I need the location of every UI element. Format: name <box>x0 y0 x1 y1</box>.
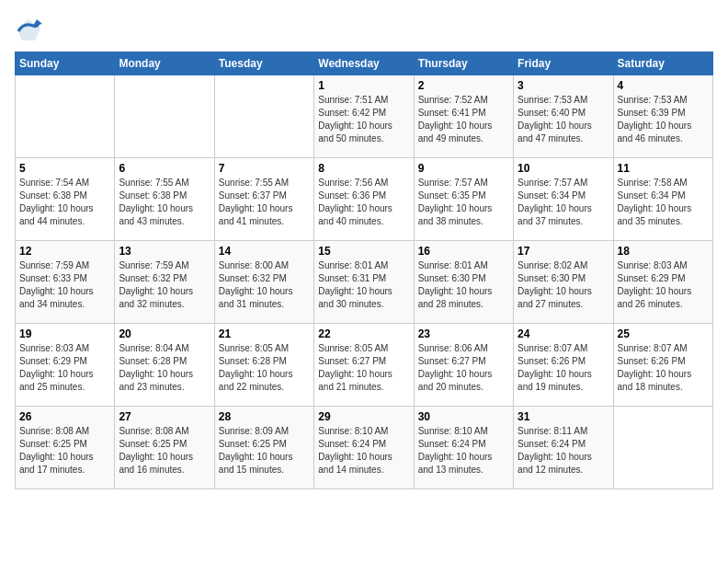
day-info: Sunrise: 7:59 AM Sunset: 6:33 PM Dayligh… <box>19 259 110 311</box>
day-of-week-header: Monday <box>115 52 214 75</box>
calendar-cell: 16Sunrise: 8:01 AM Sunset: 6:30 PM Dayli… <box>414 241 513 324</box>
day-info: Sunrise: 7:53 AM Sunset: 6:40 PM Dayligh… <box>518 94 609 145</box>
day-number: 22 <box>318 327 409 340</box>
day-info: Sunrise: 8:01 AM Sunset: 6:30 PM Dayligh… <box>418 259 509 311</box>
day-number: 18 <box>618 245 709 258</box>
calendar-cell: 12Sunrise: 7:59 AM Sunset: 6:33 PM Dayli… <box>16 241 115 324</box>
calendar-cell: 29Sunrise: 8:10 AM Sunset: 6:24 PM Dayli… <box>314 407 414 489</box>
calendar-cell <box>115 75 214 158</box>
day-info: Sunrise: 8:07 AM Sunset: 6:26 PM Dayligh… <box>518 342 609 394</box>
day-number: 4 <box>618 79 709 92</box>
day-info: Sunrise: 7:54 AM Sunset: 6:38 PM Dayligh… <box>19 177 110 228</box>
day-info: Sunrise: 7:52 AM Sunset: 6:41 PM Dayligh… <box>418 94 509 145</box>
day-number: 8 <box>318 162 409 175</box>
day-number: 14 <box>219 245 310 258</box>
calendar-cell: 24Sunrise: 8:07 AM Sunset: 6:26 PM Dayli… <box>514 324 613 407</box>
day-info: Sunrise: 7:55 AM Sunset: 6:38 PM Dayligh… <box>119 177 210 228</box>
day-number: 30 <box>418 410 509 423</box>
day-info: Sunrise: 8:02 AM Sunset: 6:30 PM Dayligh… <box>518 259 609 311</box>
day-number: 29 <box>318 410 409 423</box>
logo-icon <box>15 15 42 42</box>
day-info: Sunrise: 7:57 AM Sunset: 6:34 PM Dayligh… <box>518 177 609 228</box>
calendar-cell: 2Sunrise: 7:52 AM Sunset: 6:41 PM Daylig… <box>414 75 513 158</box>
calendar-cell: 18Sunrise: 8:03 AM Sunset: 6:29 PM Dayli… <box>613 241 712 324</box>
day-info: Sunrise: 8:03 AM Sunset: 6:29 PM Dayligh… <box>19 342 110 394</box>
calendar-table: SundayMondayTuesdayWednesdayThursdayFrid… <box>15 52 713 489</box>
day-info: Sunrise: 8:05 AM Sunset: 6:28 PM Dayligh… <box>219 342 310 394</box>
day-info: Sunrise: 7:51 AM Sunset: 6:42 PM Dayligh… <box>318 94 409 145</box>
logo <box>15 15 46 42</box>
calendar-cell <box>214 75 313 158</box>
day-info: Sunrise: 7:56 AM Sunset: 6:36 PM Dayligh… <box>318 177 409 228</box>
calendar-cell: 17Sunrise: 8:02 AM Sunset: 6:30 PM Dayli… <box>514 241 613 324</box>
day-number: 1 <box>318 79 409 92</box>
calendar-cell: 22Sunrise: 8:05 AM Sunset: 6:27 PM Dayli… <box>314 324 414 407</box>
calendar-cell: 27Sunrise: 8:08 AM Sunset: 6:25 PM Dayli… <box>115 407 214 489</box>
calendar-cell: 31Sunrise: 8:11 AM Sunset: 6:24 PM Dayli… <box>514 407 613 489</box>
calendar-week-row: 12Sunrise: 7:59 AM Sunset: 6:33 PM Dayli… <box>16 241 713 324</box>
day-number: 16 <box>418 245 509 258</box>
day-number: 17 <box>518 245 609 258</box>
day-of-week-header: Thursday <box>414 52 513 75</box>
day-number: 24 <box>518 327 609 340</box>
day-info: Sunrise: 7:57 AM Sunset: 6:35 PM Dayligh… <box>418 177 509 228</box>
calendar-header: SundayMondayTuesdayWednesdayThursdayFrid… <box>16 52 713 75</box>
calendar-cell: 4Sunrise: 7:53 AM Sunset: 6:39 PM Daylig… <box>613 75 712 158</box>
day-info: Sunrise: 8:07 AM Sunset: 6:26 PM Dayligh… <box>618 342 709 394</box>
calendar-cell: 25Sunrise: 8:07 AM Sunset: 6:26 PM Dayli… <box>613 324 712 407</box>
calendar-cell <box>613 407 712 489</box>
day-number: 3 <box>518 79 609 92</box>
day-number: 2 <box>418 79 509 92</box>
day-info: Sunrise: 7:53 AM Sunset: 6:39 PM Dayligh… <box>618 94 709 145</box>
day-number: 15 <box>318 245 409 258</box>
page-header <box>15 15 713 42</box>
day-number: 7 <box>219 162 310 175</box>
calendar-body: 1Sunrise: 7:51 AM Sunset: 6:42 PM Daylig… <box>16 75 713 489</box>
day-info: Sunrise: 7:58 AM Sunset: 6:34 PM Dayligh… <box>618 177 709 228</box>
calendar-cell: 28Sunrise: 8:09 AM Sunset: 6:25 PM Dayli… <box>214 407 313 489</box>
day-number: 5 <box>19 162 110 175</box>
day-number: 31 <box>518 410 609 423</box>
calendar-cell: 11Sunrise: 7:58 AM Sunset: 6:34 PM Dayli… <box>613 158 712 241</box>
calendar-cell: 7Sunrise: 7:55 AM Sunset: 6:37 PM Daylig… <box>214 158 313 241</box>
calendar-cell: 10Sunrise: 7:57 AM Sunset: 6:34 PM Dayli… <box>514 158 613 241</box>
calendar-cell: 1Sunrise: 7:51 AM Sunset: 6:42 PM Daylig… <box>314 75 414 158</box>
day-info: Sunrise: 7:55 AM Sunset: 6:37 PM Dayligh… <box>219 177 310 228</box>
calendar-cell: 30Sunrise: 8:10 AM Sunset: 6:24 PM Dayli… <box>414 407 513 489</box>
calendar-cell <box>16 75 115 158</box>
day-number: 9 <box>418 162 509 175</box>
day-number: 19 <box>19 327 110 340</box>
day-number: 21 <box>219 327 310 340</box>
day-number: 13 <box>119 245 210 258</box>
calendar-cell: 8Sunrise: 7:56 AM Sunset: 6:36 PM Daylig… <box>314 158 414 241</box>
day-info: Sunrise: 8:05 AM Sunset: 6:27 PM Dayligh… <box>318 342 409 394</box>
calendar-cell: 19Sunrise: 8:03 AM Sunset: 6:29 PM Dayli… <box>16 324 115 407</box>
day-number: 28 <box>219 410 310 423</box>
day-info: Sunrise: 8:10 AM Sunset: 6:24 PM Dayligh… <box>318 425 409 477</box>
day-info: Sunrise: 8:11 AM Sunset: 6:24 PM Dayligh… <box>518 425 609 477</box>
day-number: 11 <box>618 162 709 175</box>
calendar-cell: 6Sunrise: 7:55 AM Sunset: 6:38 PM Daylig… <box>115 158 214 241</box>
calendar-cell: 14Sunrise: 8:00 AM Sunset: 6:32 PM Dayli… <box>214 241 313 324</box>
calendar-cell: 15Sunrise: 8:01 AM Sunset: 6:31 PM Dayli… <box>314 241 414 324</box>
day-number: 27 <box>119 410 210 423</box>
calendar-cell: 20Sunrise: 8:04 AM Sunset: 6:28 PM Dayli… <box>115 324 214 407</box>
day-number: 10 <box>518 162 609 175</box>
day-info: Sunrise: 8:08 AM Sunset: 6:25 PM Dayligh… <box>19 425 110 477</box>
day-info: Sunrise: 8:01 AM Sunset: 6:31 PM Dayligh… <box>318 259 409 311</box>
day-of-week-header: Friday <box>514 52 613 75</box>
day-info: Sunrise: 8:08 AM Sunset: 6:25 PM Dayligh… <box>119 425 210 477</box>
day-number: 23 <box>418 327 509 340</box>
day-number: 20 <box>119 327 210 340</box>
day-number: 12 <box>19 245 110 258</box>
day-number: 25 <box>618 327 709 340</box>
day-number: 26 <box>19 410 110 423</box>
calendar-cell: 13Sunrise: 7:59 AM Sunset: 6:32 PM Dayli… <box>115 241 214 324</box>
day-of-week-header: Saturday <box>613 52 712 75</box>
day-number: 6 <box>119 162 210 175</box>
day-info: Sunrise: 8:06 AM Sunset: 6:27 PM Dayligh… <box>418 342 509 394</box>
day-info: Sunrise: 8:00 AM Sunset: 6:32 PM Dayligh… <box>219 259 310 311</box>
day-of-week-header: Sunday <box>16 52 115 75</box>
calendar-week-row: 1Sunrise: 7:51 AM Sunset: 6:42 PM Daylig… <box>16 75 713 158</box>
calendar-cell: 21Sunrise: 8:05 AM Sunset: 6:28 PM Dayli… <box>214 324 313 407</box>
